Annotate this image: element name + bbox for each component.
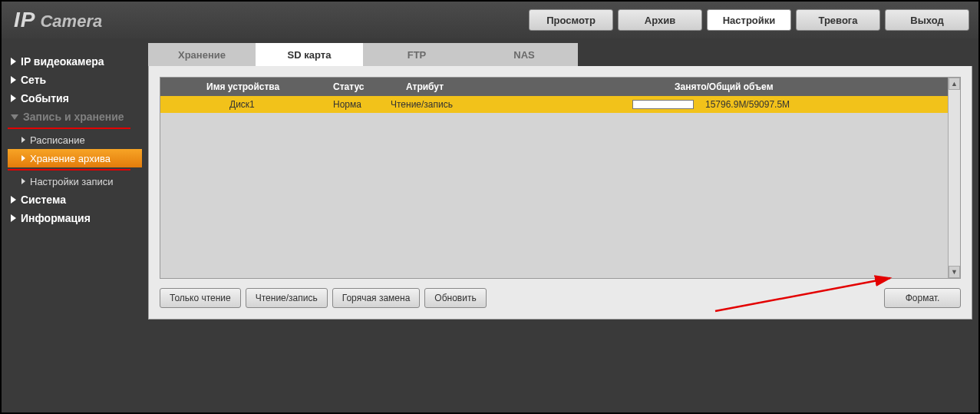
scroll-up-icon[interactable]: ▲ (949, 78, 960, 90)
sidebar-item-label: Настройки записи (30, 176, 114, 187)
sidebar: IP видеокамера Сеть События Запись и хра… (8, 43, 142, 402)
refresh-button[interactable]: Обновить (424, 288, 486, 308)
tab-ftp[interactable]: FTP (363, 43, 470, 66)
tab-sd-card[interactable]: SD карта (256, 43, 363, 66)
scroll-down-icon[interactable]: ▼ (949, 266, 960, 278)
header-bar: IP Camera Просмотр Архив Настройки Трево… (2, 2, 978, 38)
tab-storage[interactable]: Хранение (148, 43, 256, 66)
sidebar-item-ip-camera[interactable]: IP видеокамера (8, 52, 142, 71)
nav-archive[interactable]: Архив (618, 9, 702, 31)
action-bar: Только чтение Чтение/запись Горячая заме… (160, 288, 961, 308)
caret-right-icon (11, 196, 16, 204)
logo: IP Camera (14, 8, 102, 32)
top-nav: Просмотр Архив Настройки Тревога Выход (529, 9, 969, 31)
sidebar-item-label: IP видеокамера (21, 55, 104, 68)
td-status: Норма (333, 99, 361, 110)
tab-gap (578, 43, 972, 66)
spacer (491, 288, 879, 308)
nav-preview[interactable]: Просмотр (529, 9, 613, 31)
app-window: IP Camera Просмотр Архив Настройки Трево… (0, 0, 980, 414)
nav-exit[interactable]: Выход (885, 9, 969, 31)
chevron-right-icon (21, 178, 25, 184)
readwrite-button[interactable]: Чтение/запись (246, 288, 328, 308)
chevron-right-icon (21, 155, 25, 161)
sidebar-item-label: Запись и хранение (23, 111, 124, 123)
sidebar-sub-archive-storage[interactable]: Хранение архива (8, 149, 142, 167)
sidebar-item-info[interactable]: Информация (8, 209, 142, 227)
table-header: Имя устройства Статус Атрибут Занято/Общ… (160, 78, 960, 96)
sidebar-item-system[interactable]: Система (8, 190, 142, 209)
body: IP видеокамера Сеть События Запись и хра… (8, 43, 972, 402)
tab-bar: Хранение SD карта FTP NAS (148, 43, 972, 66)
sidebar-item-network[interactable]: Сеть (8, 71, 142, 89)
annotation-underline (8, 169, 130, 171)
th-capacity: Занято/Общий объем (675, 81, 774, 92)
caret-right-icon (11, 76, 16, 84)
sidebar-item-events[interactable]: События (8, 89, 142, 108)
sidebar-item-label: Информация (21, 212, 91, 224)
caret-right-icon (11, 58, 16, 65)
readonly-button[interactable]: Только чтение (160, 288, 241, 308)
th-attribute: Атрибут (406, 81, 444, 92)
nav-alarm[interactable]: Тревога (796, 9, 880, 31)
storage-table: Имя устройства Статус Атрибут Занято/Общ… (160, 77, 961, 279)
sidebar-sub-schedule[interactable]: Расписание (8, 131, 142, 149)
th-status: Статус (333, 81, 364, 92)
content: Хранение SD карта FTP NAS Имя устройства… (148, 43, 972, 402)
hotswap-button[interactable]: Горячая замена (332, 288, 421, 308)
sidebar-item-record-storage[interactable]: Запись и хранение (8, 108, 142, 126)
sidebar-item-label: Расписание (30, 134, 85, 146)
caret-right-icon (11, 94, 16, 102)
sidebar-item-label: Сеть (21, 74, 46, 86)
caret-down-icon (11, 114, 18, 120)
logo-camera: Camera (40, 12, 102, 31)
sidebar-sub-record-settings[interactable]: Настройки записи (8, 172, 142, 190)
format-button[interactable]: Формат. (884, 288, 961, 308)
chevron-right-icon (21, 137, 25, 143)
th-device-name: Имя устройства (206, 81, 279, 92)
sidebar-item-label: Хранение архива (30, 153, 111, 164)
nav-settings[interactable]: Настройки (707, 9, 791, 31)
td-device-name: Диск1 (229, 99, 255, 110)
table-row[interactable]: Диск1 Норма Чтение/запись 15796.9M/59097… (160, 96, 960, 113)
sidebar-item-label: Система (21, 194, 66, 206)
td-capacity: 15796.9M/59097.5M (705, 99, 790, 110)
capacity-bar (632, 100, 694, 109)
panel: Имя устройства Статус Атрибут Занято/Общ… (148, 66, 972, 320)
annotation-underline (8, 128, 130, 129)
caret-right-icon (11, 214, 16, 222)
td-attribute: Чтение/запись (391, 99, 453, 110)
sidebar-item-label: События (21, 92, 69, 104)
tab-nas[interactable]: NAS (470, 43, 578, 66)
logo-ip: IP (14, 8, 35, 32)
scrollbar[interactable]: ▲ ▼ (948, 78, 960, 278)
